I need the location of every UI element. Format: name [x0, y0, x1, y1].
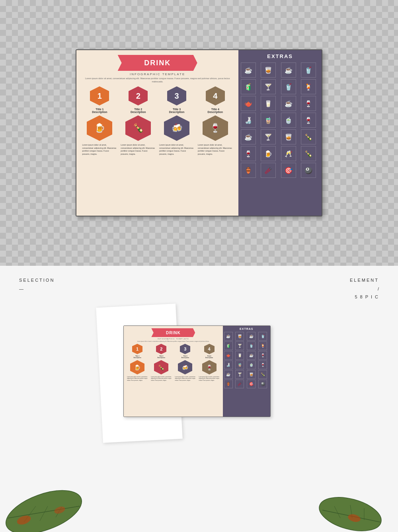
icon-3: 🍻 [163, 114, 191, 142]
infographic-description: Lorem ipsum dolor sit amet, consectetuer… [76, 77, 238, 83]
extra-icon-11: ☕ [281, 96, 296, 111]
small-drink-banner: DRINK [151, 328, 195, 337]
step-4-col: 4 Title 4 Description [197, 86, 233, 113]
element-label: ELEMENT [350, 278, 379, 283]
extra-icon-16: 🍷 [301, 113, 316, 128]
drink-banner: DRINK [118, 55, 197, 71]
step-1-col: 1 Title 1 Description [82, 86, 117, 113]
extra-icon-5: 🧃 [241, 79, 256, 94]
left-panel: DRINK INFOGRAPHIC TEMPLATE Lorem ipsum d… [76, 50, 238, 216]
step-3-number: 3 [174, 92, 179, 101]
svg-point-16 [0, 484, 88, 532]
extras-icons-grid: ☕ 🥃 ☕ 🥤 🧃 🍸 🥤 🍹 🫖 🥛 ☕ 🍷 🍶 🧋 🍵 🍷 ☕ 🍸 🥃 [241, 62, 319, 178]
small-right-panel: EXTRAS ☕ 🥃 ☕ 🥤 🧃 🍸 🥤 🍹 🫖 🥛 ☕ 🍷 [223, 326, 270, 417]
icons-hex-row: 🍺 🍾 🍻 🍷 [76, 114, 238, 142]
extra-icon-10: 🥛 [261, 96, 276, 111]
small-icon-1: 🍺 [129, 359, 145, 375]
extra-icon-13: 🍶 [241, 113, 256, 128]
extra-icon-17: ☕ [241, 129, 256, 144]
body-text-4: Lorem ipsum dolor sit amet, consectetuer… [198, 144, 233, 212]
step-1-number: 1 [98, 92, 102, 101]
small-body-3: Lorem ipsum dolor sit amet, consectetuer… [175, 376, 195, 415]
small-step-3: 3 Title 3Description [174, 343, 196, 359]
extra-icon-24: 🍾 [301, 146, 316, 161]
icon-2: 🍾 [124, 114, 152, 142]
step-2-col: 2 Title 2 Description [120, 86, 156, 113]
step-1-title: Title 1 Description [92, 108, 107, 113]
small-hex-2: 2 [156, 343, 167, 355]
extra-icon-6: 🍸 [261, 79, 276, 94]
svg-point-24 [316, 491, 385, 532]
extra-icon-4: 🥤 [301, 62, 316, 78]
top-section: DRINK INFOGRAPHIC TEMPLATE Lorem ipsum d… [0, 0, 398, 266]
small-body-2: Lorem ipsum dolor sit amet, consectetuer… [151, 376, 172, 415]
extra-icon-7: 🥤 [281, 79, 296, 94]
step-4-title: Title 4 Description [208, 108, 223, 113]
extra-icon-3: ☕ [281, 62, 296, 78]
small-step-4: 4 Title 4Description [199, 343, 220, 359]
small-hex-3: 3 [179, 343, 191, 355]
step-3-title: Title 3 Description [169, 108, 185, 113]
small-card: DRINK INFOGRAPHIC TEMPLATE Lorem ipsum d… [123, 325, 271, 417]
small-drink-title: DRINK [166, 331, 181, 335]
extra-icon-2: 🥃 [261, 62, 276, 78]
body-text-1: Lorem ipsum dolor sit amet, consectetuer… [82, 144, 117, 212]
right-panel: EXTRAS ☕ 🥃 ☕ 🥤 🧃 🍸 🥤 🍹 🫖 🥛 ☕ 🍷 🍶 🧋 🍵 🍷 ☕ [238, 50, 322, 216]
step-4-number: 4 [213, 92, 217, 101]
small-hex-4: 4 [204, 343, 215, 355]
step-1-hex: 1 [89, 86, 110, 106]
small-hex-1: 1 [132, 343, 143, 355]
infographic-subtitle: INFOGRAPHIC TEMPLATE [76, 72, 238, 76]
small-subtitle: INFOGRAPHIC TEMPLATE [124, 338, 223, 340]
small-step-2: 2 Title 2Description [150, 343, 172, 359]
step-3-hex: 3 [166, 86, 187, 106]
mockup-area: DRINK INFOGRAPHIC TEMPLATE Lorem ipsum d… [0, 290, 398, 449]
infographic-card: DRINK INFOGRAPHIC TEMPLATE Lorem ipsum d… [76, 49, 322, 216]
extra-icon-20: 🍾 [301, 129, 316, 144]
extra-icon-8: 🍹 [301, 79, 316, 94]
step-2-hex: 2 [128, 86, 148, 106]
extra-icon-27: 🎯 [281, 163, 296, 178]
small-left-panel: DRINK INFOGRAPHIC TEMPLATE Lorem ipsum d… [124, 326, 223, 417]
extra-icon-15: 🍵 [281, 113, 296, 128]
small-bottom-text-row: Lorem ipsum dolor sit amet, consectetuer… [124, 376, 223, 417]
extra-icon-18: 🍸 [261, 129, 276, 144]
step-2-title: Title 2 Description [131, 108, 146, 113]
steps-number-row: 1 Title 1 Description 2 Title 2 Descript… [76, 86, 238, 113]
bottom-section: SELECTION — ELEMENT / 5 8 P I C DRINK IN… [0, 266, 398, 532]
small-body-4: Lorem ipsum dolor sit amet, consectetuer… [199, 376, 220, 415]
small-icon-3: 🍻 [177, 359, 193, 375]
extra-icon-9: 🫖 [241, 96, 256, 111]
small-step-1: 1 Title 1Description [127, 343, 148, 359]
body-text-2: Lorem ipsum dolor sit amet, consectetuer… [121, 144, 156, 212]
leaf-left [0, 484, 88, 532]
leaf-right [314, 488, 386, 532]
extra-icon-12: 🍷 [301, 96, 316, 111]
step-4-hex: 4 [205, 86, 226, 106]
body-text-3: Lorem ipsum dolor sit amet, consectetuer… [159, 144, 194, 212]
small-steps-row: 1 Title 1Description 2 Title 2Descriptio… [124, 343, 223, 359]
extra-icon-26: 🥢 [261, 163, 276, 178]
bottom-text-row: Lorem ipsum dolor sit amet, consectetuer… [76, 144, 238, 216]
small-desc: Lorem ipsum dolor sit amet, consectetuer… [124, 341, 223, 342]
icon-1: 🍺 [86, 114, 113, 142]
small-extras-title: EXTRAS [224, 327, 269, 330]
small-icons-hex-row: 🍺 🍾 🍻 🍷 [124, 359, 223, 375]
paper-mockup: DRINK INFOGRAPHIC TEMPLATE Lorem ipsum d… [107, 290, 291, 449]
extra-icon-22: 🍺 [261, 146, 276, 161]
icon-4: 🍷 [201, 114, 229, 142]
step-3-col: 3 Title 3 Description [159, 86, 195, 113]
drink-title: DRINK [144, 59, 171, 67]
small-icon-2: 🍾 [153, 359, 169, 375]
small-icon-4: 🍷 [201, 359, 217, 375]
extra-icon-23: 🥂 [281, 146, 296, 161]
small-body-1: Lorem ipsum dolor sit amet, consectetuer… [127, 376, 148, 415]
extra-icon-25: 🏺 [241, 163, 256, 178]
small-extras-grid: ☕ 🥃 ☕ 🥤 🧃 🍸 🥤 🍹 🫖 🥛 ☕ 🍷 🍶 🧋 [224, 332, 269, 388]
extra-icon-1: ☕ [241, 62, 256, 78]
extra-icon-21: 🍷 [241, 146, 256, 161]
extras-title: EXTRAS [241, 53, 319, 59]
extra-icon-28: 🎱 [301, 163, 316, 178]
extra-icon-14: 🧋 [261, 113, 276, 128]
step-2-number: 2 [136, 92, 140, 101]
